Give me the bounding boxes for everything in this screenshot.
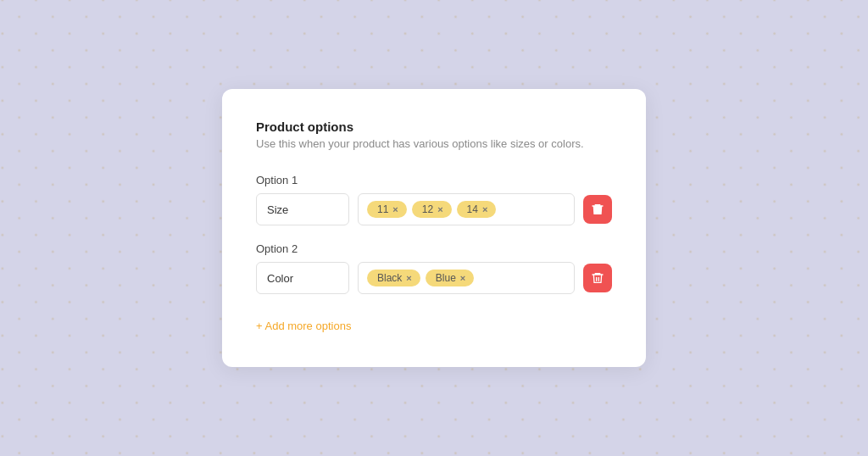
card-title: Product options	[256, 120, 612, 134]
option-group-2: Option 2 Black × Blue ×	[256, 242, 612, 294]
option-group-1: Option 1 11 × 12 × 14 ×	[256, 174, 612, 225]
tag-12-remove[interactable]: ×	[437, 205, 442, 214]
option-1-name-input[interactable]	[256, 193, 349, 225]
tag-black-value: Black	[377, 272, 402, 284]
tag-11-remove[interactable]: ×	[392, 205, 398, 214]
tag-12: 12 ×	[412, 201, 452, 218]
tag-14-remove[interactable]: ×	[482, 205, 487, 214]
option-2-row: Black × Blue ×	[256, 262, 612, 294]
tag-14-value: 14	[467, 203, 478, 215]
add-more-options-button[interactable]: + Add more options	[256, 320, 351, 332]
tag-black: Black ×	[367, 270, 420, 286]
tag-black-remove[interactable]: ×	[406, 274, 411, 283]
option-1-tags-input[interactable]: 11 × 12 × 14 ×	[358, 193, 575, 225]
trash-icon	[591, 203, 604, 216]
product-options-card: Product options Use this when your produ…	[222, 89, 646, 367]
tag-blue-remove[interactable]: ×	[460, 274, 465, 283]
card-subtitle: Use this when your product has various o…	[256, 137, 612, 150]
tag-blue: Blue ×	[426, 270, 474, 286]
option-1-row: 11 × 12 × 14 ×	[256, 193, 612, 225]
option-1-label: Option 1	[256, 174, 612, 186]
tag-blue-value: Blue	[436, 272, 456, 284]
option-2-delete-button[interactable]	[583, 264, 612, 292]
option-1-delete-button[interactable]	[583, 195, 612, 224]
option-2-label: Option 2	[256, 242, 612, 255]
tag-12-value: 12	[422, 203, 433, 215]
tag-11-value: 11	[377, 203, 388, 215]
tag-11: 11 ×	[367, 201, 407, 218]
option-2-name-input[interactable]	[256, 262, 349, 294]
option-2-tags-input[interactable]: Black × Blue ×	[358, 262, 575, 294]
tag-14: 14 ×	[457, 201, 497, 218]
trash-icon-2	[591, 271, 604, 285]
